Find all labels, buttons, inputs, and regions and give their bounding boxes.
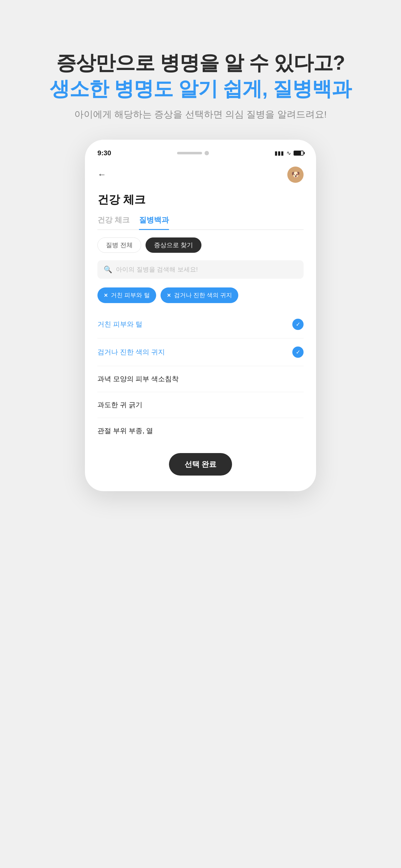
selected-tags-row: ✕ 거친 피부와 털 ✕ 검거나 진한 색의 귀지 bbox=[97, 287, 304, 303]
search-icon: 🔍 bbox=[104, 266, 112, 274]
complete-button[interactable]: 선택 완료 bbox=[169, 453, 232, 475]
symptom-item-3[interactable]: 과녁 모양의 피부 색소침착 bbox=[97, 366, 304, 392]
phone-status-icons: ▮▮▮ ∿ bbox=[274, 150, 304, 157]
hero-subtitle: 아이에게 해당하는 증상을 선택하면 의심 질병을 알려드려요! bbox=[49, 108, 352, 121]
symptom-item-4[interactable]: 과도한 귀 긁기 bbox=[97, 392, 304, 418]
battery-fill bbox=[294, 151, 301, 155]
symptom-label-4: 과도한 귀 긁기 bbox=[97, 400, 142, 410]
filter-row: 질병 전체 증상으로 찾기 bbox=[97, 238, 304, 253]
check-circle-1: ✓ bbox=[292, 319, 304, 330]
hero-title-black: 증상만으로 병명을 알 수 있다고? bbox=[49, 50, 352, 76]
symptom-list: 거친 피부와 털 ✓ 검거나 진한 색의 귀지 ✓ 과녁 모양의 피부 색소침착… bbox=[97, 311, 304, 444]
tag-dark-earwax-label: 검거나 진한 색의 귀지 bbox=[174, 291, 232, 299]
symptom-label-1: 거친 피부와 털 bbox=[97, 320, 142, 329]
nav-bar: ← 🐶 bbox=[97, 166, 304, 183]
phone-notch bbox=[177, 151, 209, 155]
search-bar[interactable]: 🔍 아이의 질병을 검색해 보세요! bbox=[97, 260, 304, 279]
tag-rough-skin-label: 거친 피부와 털 bbox=[111, 291, 150, 299]
tag-remove-icon-2: ✕ bbox=[167, 292, 171, 299]
symptom-item-1[interactable]: 거친 피부와 털 ✓ bbox=[97, 311, 304, 338]
notch-bar bbox=[177, 152, 202, 154]
hero-title-blue: 생소한 병명도 알기 쉽게, 질병백과 bbox=[49, 76, 352, 102]
symptom-label-5: 관절 부위 부종, 열 bbox=[97, 426, 153, 436]
page-title: 건강 체크 bbox=[97, 192, 304, 208]
symptom-item-2[interactable]: 검거나 진한 색의 귀지 ✓ bbox=[97, 338, 304, 366]
notch-dot bbox=[205, 151, 209, 155]
symptom-item-5[interactable]: 관절 부위 부종, 열 bbox=[97, 418, 304, 444]
hero-section: 증상만으로 병명을 알 수 있다고? 생소한 병명도 알기 쉽게, 질병백과 아… bbox=[49, 50, 352, 121]
tag-rough-skin[interactable]: ✕ 거친 피부와 털 bbox=[97, 287, 156, 303]
tab-health-check[interactable]: 건강 체크 bbox=[97, 215, 130, 226]
phone-time: 9:30 bbox=[97, 149, 111, 157]
tab-disease-encyclopedia[interactable]: 질병백과 bbox=[139, 215, 169, 230]
tag-remove-icon: ✕ bbox=[104, 292, 108, 299]
signal-icon: ▮▮▮ bbox=[274, 150, 284, 157]
phone-frame: 9:30 ▮▮▮ ∿ ← 🐶 건강 체크 건강 체크 질병백과 질병 전체 bbox=[85, 140, 316, 491]
filter-by-symptom[interactable]: 증상으로 찾기 bbox=[145, 238, 202, 253]
filter-all-diseases[interactable]: 질병 전체 bbox=[97, 238, 141, 253]
back-arrow[interactable]: ← bbox=[97, 170, 106, 180]
symptom-label-3: 과녁 모양의 피부 색소침착 bbox=[97, 374, 179, 384]
search-placeholder-text: 아이의 질병을 검색해 보세요! bbox=[116, 265, 198, 274]
symptom-label-2: 검거나 진한 색의 귀지 bbox=[97, 347, 165, 357]
bottom-action-area: 선택 완료 bbox=[97, 447, 304, 475]
tab-bar: 건강 체크 질병백과 bbox=[97, 215, 304, 230]
battery-icon bbox=[294, 151, 304, 156]
phone-content: ← 🐶 건강 체크 건강 체크 질병백과 질병 전체 증상으로 찾기 🔍 아이의… bbox=[85, 166, 316, 475]
check-circle-2: ✓ bbox=[292, 346, 304, 358]
avatar[interactable]: 🐶 bbox=[287, 166, 304, 183]
wifi-icon: ∿ bbox=[287, 150, 291, 157]
tag-dark-earwax[interactable]: ✕ 검거나 진한 색의 귀지 bbox=[161, 287, 239, 303]
phone-status-bar: 9:30 ▮▮▮ ∿ bbox=[85, 149, 316, 157]
